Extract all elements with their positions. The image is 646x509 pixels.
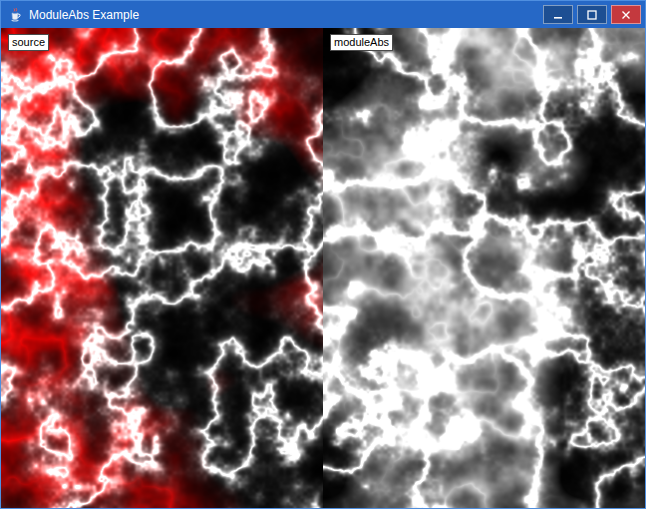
moduleabs-image bbox=[323, 28, 645, 508]
maximize-button[interactable] bbox=[577, 5, 607, 24]
close-icon bbox=[621, 10, 631, 20]
window-content: source moduleAbs bbox=[1, 28, 645, 508]
app-window: ModuleAbs Example source bbox=[0, 0, 646, 509]
moduleabs-panel: moduleAbs bbox=[323, 28, 645, 508]
close-button[interactable] bbox=[611, 5, 641, 24]
window-title: ModuleAbs Example bbox=[29, 8, 543, 22]
minimize-icon bbox=[553, 10, 563, 20]
moduleabs-label: moduleAbs bbox=[330, 34, 393, 51]
maximize-icon bbox=[587, 10, 597, 20]
minimize-button[interactable] bbox=[543, 5, 573, 24]
title-bar[interactable]: ModuleAbs Example bbox=[1, 1, 645, 28]
source-panel: source bbox=[1, 28, 323, 508]
java-app-icon bbox=[7, 7, 23, 23]
window-controls bbox=[543, 1, 645, 28]
source-label: source bbox=[8, 34, 49, 51]
source-image bbox=[1, 28, 323, 508]
